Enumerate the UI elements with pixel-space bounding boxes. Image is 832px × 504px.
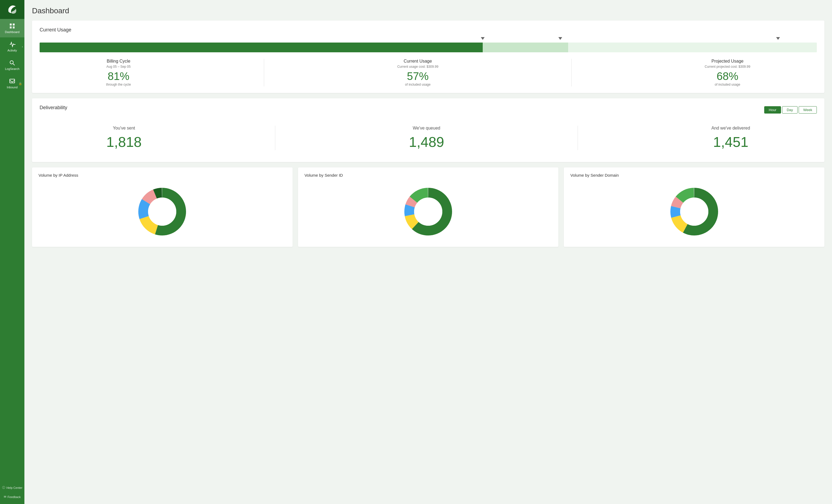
delivered-stat: And we've delivered 1,451	[711, 126, 750, 150]
time-toggle: Hour Day Week	[764, 106, 817, 114]
feedback-label: Feedback	[7, 495, 21, 499]
svg-point-29	[680, 198, 708, 226]
svg-line-7	[13, 64, 15, 65]
svg-rect-4	[10, 28, 12, 28]
sidebar-bottom: ⓘ Help Center ✉ Feedback	[0, 483, 24, 504]
sender-domain-donut-svg	[667, 185, 721, 239]
projected-desc: of included usage	[705, 83, 750, 86]
sidebar-item-dashboard[interactable]: Dashboard	[0, 19, 24, 37]
sent-label: You've sent	[106, 126, 141, 131]
inbound-lock-icon: 🔒	[19, 82, 22, 85]
sidebar: Dashboard Activity › LogSearch Inbound 🔒…	[0, 0, 24, 504]
projected-value: 68%	[705, 71, 750, 82]
sidebar-logo[interactable]	[0, 0, 24, 19]
sender-id-donut-svg	[401, 185, 455, 239]
sidebar-item-logsearch[interactable]: LogSearch	[0, 56, 24, 74]
marker3-triangle	[776, 37, 780, 40]
logo-icon	[6, 3, 18, 16]
activity-icon	[9, 41, 16, 48]
svg-rect-3	[13, 27, 15, 28]
queued-value: 1,489	[409, 134, 444, 150]
volume-ip-card: Volume by IP Address	[32, 167, 293, 247]
billing-desc: through the cycle	[106, 83, 131, 86]
sidebar-help-center[interactable]: ⓘ Help Center	[0, 483, 24, 492]
sent-stat: You've sent 1,818	[106, 126, 141, 150]
stat-divider-2	[571, 59, 572, 86]
time-week-button[interactable]: Week	[799, 106, 817, 114]
queued-label: We've queued	[409, 126, 444, 131]
deliverability-stats: You've sent 1,818 We've queued 1,489 And…	[40, 120, 817, 156]
time-day-button[interactable]: Day	[782, 106, 798, 114]
help-icon: ⓘ	[2, 485, 5, 489]
svg-rect-2	[10, 27, 12, 28]
current-usage-card: Current Usage Billing Cyc	[32, 21, 825, 93]
sidebar-item-activity[interactable]: Activity ›	[0, 37, 24, 56]
volume-cards-row: Volume by IP Address	[32, 167, 825, 247]
billing-dates: Aug 05 – Sep 05	[106, 65, 131, 68]
sidebar-dashboard-label: Dashboard	[5, 30, 20, 34]
dashboard-icon	[9, 23, 16, 29]
deliverability-title: Deliverability	[40, 105, 67, 111]
help-label: Help Center	[6, 486, 23, 489]
sent-value: 1,818	[106, 134, 141, 150]
page-title: Dashboard	[32, 6, 825, 15]
inbound-icon	[9, 78, 16, 85]
usage-bar-track	[40, 43, 817, 52]
sidebar-inbound-label: Inbound	[7, 86, 18, 89]
svg-rect-0	[10, 24, 12, 26]
usage-bar-container	[40, 37, 817, 52]
volume-sender-domain-title: Volume by Sender Domain	[570, 173, 818, 177]
svg-rect-1	[13, 24, 15, 26]
logsearch-icon	[9, 60, 16, 66]
current-value: 57%	[397, 71, 438, 82]
volume-ip-title: Volume by IP Address	[38, 173, 286, 177]
usage-bar-light	[483, 43, 568, 52]
sidebar-logsearch-label: LogSearch	[5, 67, 19, 71]
volume-sender-id-donut	[305, 182, 552, 242]
main-content: Dashboard Current Usage	[24, 0, 832, 504]
sidebar-activity-label: Activity	[7, 49, 17, 52]
feedback-icon: ✉	[4, 495, 6, 499]
ip-donut-svg	[135, 185, 189, 239]
stat-divider-1	[264, 59, 264, 86]
volume-sender-domain-donut	[570, 182, 818, 242]
marker2-triangle	[558, 37, 562, 40]
usage-bar-green	[40, 43, 483, 52]
billing-value: 81%	[106, 71, 131, 82]
current-desc: of included usage	[397, 83, 438, 86]
volume-sender-id-title: Volume by Sender ID	[305, 173, 552, 177]
sidebar-feedback[interactable]: ✉ Feedback	[0, 492, 24, 501]
deliverability-header: Deliverability Hour Day Week	[40, 105, 817, 115]
time-hour-button[interactable]: Hour	[764, 106, 781, 114]
deliv-divider-1	[275, 126, 275, 150]
delivered-label: And we've delivered	[711, 126, 750, 131]
volume-sender-domain-card: Volume by Sender Domain	[564, 167, 825, 247]
current-label: Current Usage	[397, 59, 438, 64]
deliverability-card: Deliverability Hour Day Week You've sent…	[32, 99, 825, 162]
delivered-value: 1,451	[711, 134, 750, 150]
projected-sub: Current projected cost: $309.99	[705, 65, 750, 68]
marker1-triangle	[481, 37, 485, 40]
queued-stat: We've queued 1,489	[409, 126, 444, 150]
svg-point-6	[10, 61, 13, 64]
volume-sender-id-card: Volume by Sender ID	[298, 167, 558, 247]
svg-point-22	[414, 198, 442, 226]
usage-stats: Billing Cycle Aug 05 – Sep 05 81% throug…	[40, 59, 817, 86]
svg-rect-5	[13, 28, 15, 28]
current-usage-title: Current Usage	[40, 27, 817, 33]
current-stat: Current Usage Current usage cost: $309.9…	[397, 59, 438, 86]
activity-chevron-icon: ›	[22, 45, 23, 48]
volume-ip-donut	[38, 182, 286, 242]
sidebar-item-inbound[interactable]: Inbound 🔒	[0, 74, 24, 93]
projected-label: Projected Usage	[705, 59, 750, 64]
billing-label: Billing Cycle	[106, 59, 131, 64]
billing-stat: Billing Cycle Aug 05 – Sep 05 81% throug…	[106, 59, 131, 86]
current-sub: Current usage cost: $309.99	[397, 65, 438, 68]
projected-stat: Projected Usage Current projected cost: …	[705, 59, 750, 86]
svg-point-15	[148, 198, 176, 226]
